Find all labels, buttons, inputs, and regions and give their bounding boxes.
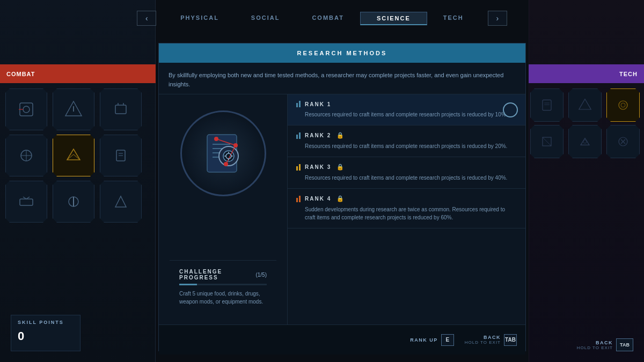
content-body: CHALLENGE PROGRESS (1/5) Craft 5 unique … bbox=[159, 94, 525, 324]
svg-rect-19 bbox=[543, 100, 551, 110]
skill-points-box: SKILL POINTS 0 bbox=[11, 315, 80, 351]
rank-item-2: RANK 2 🔒 Resources required to craft ite… bbox=[288, 125, 525, 157]
challenge-desc: Craft 5 unique food, drinks, drugs, weap… bbox=[179, 290, 267, 306]
tab-social[interactable]: SOCIAL bbox=[235, 11, 296, 25]
rank-item-1: RANK 1 Resources required to craft items… bbox=[288, 94, 525, 125]
right-skill-1[interactable] bbox=[530, 88, 564, 122]
rank-item-3: RANK 3 🔒 Resources required to craft ite… bbox=[288, 157, 525, 189]
rank-bar bbox=[296, 135, 298, 139]
rank-4-desc: Sudden developments during research are … bbox=[296, 205, 517, 221]
prev-nav-arrow[interactable]: ‹ bbox=[137, 11, 156, 26]
rank-up-group: RANK UP E bbox=[410, 334, 454, 346]
left-skill-4[interactable] bbox=[5, 135, 47, 176]
right-skill-6[interactable] bbox=[606, 125, 640, 158]
right-skill-3[interactable] bbox=[606, 88, 640, 122]
challenge-progress-fill bbox=[179, 284, 197, 285]
left-skill-2[interactable] bbox=[53, 88, 94, 130]
bottom-back-label: BACK bbox=[577, 340, 613, 345]
left-skill-7[interactable] bbox=[5, 181, 47, 223]
svg-rect-14 bbox=[20, 199, 33, 205]
rank-bar-gold bbox=[299, 164, 301, 171]
challenge-section: CHALLENGE PROGRESS (1/5) Craft 5 unique … bbox=[170, 260, 276, 314]
rank-bar bbox=[296, 103, 298, 107]
challenge-count: (1/5) bbox=[255, 272, 267, 278]
rank-4-lock-icon: 🔒 bbox=[336, 195, 344, 202]
skill-points-label: SKILL POINTS bbox=[18, 320, 74, 325]
rank-item-4: RANK 4 🔒 Sudden developments during rese… bbox=[288, 189, 525, 228]
rank-3-label: RANK 3 bbox=[305, 164, 331, 170]
skill-icon-display bbox=[180, 110, 266, 196]
left-skill-3[interactable] bbox=[100, 88, 142, 130]
challenge-title: CHALLENGE PROGRESS bbox=[179, 269, 255, 280]
challenge-progress-bar bbox=[179, 284, 267, 285]
svg-point-23 bbox=[619, 101, 627, 109]
right-skill-5[interactable] bbox=[568, 125, 602, 158]
rank-2-header: RANK 2 🔒 bbox=[296, 132, 517, 139]
rank-3-desc: Resources required to craft items and co… bbox=[296, 174, 517, 182]
left-skill-9[interactable] bbox=[100, 181, 142, 223]
svg-marker-22 bbox=[579, 99, 591, 109]
rank-1-bars bbox=[296, 101, 301, 107]
rank-3-header: RANK 3 🔒 bbox=[296, 164, 517, 171]
right-skill-2[interactable] bbox=[568, 88, 602, 122]
top-nav: ‹ PHYSICAL SOCIAL COMBAT SCIENCE TECH › bbox=[0, 11, 644, 26]
rank-2-desc: Resources required to craft items and co… bbox=[296, 142, 517, 150]
right-panel-header: TECH bbox=[529, 64, 644, 83]
tab-combat[interactable]: COMBAT bbox=[296, 11, 360, 25]
svg-point-24 bbox=[621, 103, 625, 107]
rank-2-bars bbox=[296, 132, 301, 139]
left-panel-header: COMBAT bbox=[0, 64, 156, 83]
rank-1-desc: Resources required to craft items and co… bbox=[296, 110, 517, 119]
bottom-action-bar: RANK UP E BACK HOLD TO EXIT TAB bbox=[159, 324, 525, 354]
skill-display: CHALLENGE PROGRESS (1/5) Craft 5 unique … bbox=[159, 94, 288, 324]
left-skill-8[interactable] bbox=[53, 181, 94, 223]
tab-physical[interactable]: PHYSICAL bbox=[164, 11, 235, 25]
rank-2-lock-icon: 🔒 bbox=[336, 132, 344, 139]
svg-point-1 bbox=[23, 106, 30, 113]
rank-bar bbox=[299, 132, 301, 139]
next-nav-arrow[interactable]: › bbox=[488, 11, 507, 26]
rank-bar-orange bbox=[299, 196, 301, 202]
svg-point-27 bbox=[583, 140, 587, 143]
rank-bar-gold bbox=[296, 166, 298, 171]
hold-to-exit-label: HOLD TO EXIT bbox=[465, 340, 501, 345]
rank-3-lock-icon: 🔒 bbox=[336, 164, 344, 171]
bottom-hold-to-exit: HOLD TO EXIT bbox=[577, 345, 613, 350]
skill-title: RESEARCH METHODS bbox=[297, 50, 387, 56]
tab-tech[interactable]: TECH bbox=[427, 11, 480, 25]
rank-1-header: RANK 1 bbox=[296, 101, 517, 107]
left-skills-grid bbox=[5, 88, 143, 223]
tab-science[interactable]: SCIENCE bbox=[360, 12, 427, 25]
bottom-right-back: BACK HOLD TO EXIT TAB bbox=[577, 338, 633, 351]
rank-up-key-badge[interactable]: E bbox=[441, 334, 454, 346]
rank-4-label: RANK 4 bbox=[305, 196, 331, 202]
back-group: BACK HOLD TO EXIT TAB bbox=[465, 334, 517, 346]
back-key-badge[interactable]: TAB bbox=[504, 334, 517, 346]
rank-bar bbox=[299, 101, 301, 107]
rank-4-bars bbox=[296, 196, 301, 202]
right-skill-4[interactable] bbox=[530, 125, 564, 158]
rank-2-label: RANK 2 bbox=[305, 132, 331, 138]
left-skill-5[interactable] bbox=[53, 135, 94, 176]
right-skills-grid bbox=[530, 88, 641, 158]
challenge-header: CHALLENGE PROGRESS (1/5) bbox=[179, 269, 267, 280]
svg-rect-5 bbox=[115, 105, 126, 114]
main-content: RESEARCH METHODS By skillfully employing… bbox=[158, 43, 526, 351]
rank-1-select-button[interactable] bbox=[503, 102, 518, 117]
rank-3-bars bbox=[296, 164, 301, 171]
back-label: BACK bbox=[465, 335, 501, 340]
svg-line-26 bbox=[543, 137, 551, 146]
rank-up-label: RANK UP bbox=[410, 337, 438, 343]
skill-title-bar: RESEARCH METHODS bbox=[159, 43, 525, 63]
rank-4-header: RANK 4 🔒 bbox=[296, 195, 517, 202]
rank-bar-orange bbox=[296, 198, 298, 202]
right-panel bbox=[529, 0, 644, 362]
ranks-section: RANK 1 Resources required to craft items… bbox=[288, 94, 525, 324]
skill-points-value: 0 bbox=[18, 329, 74, 343]
bottom-back-key-badge[interactable]: TAB bbox=[616, 338, 633, 351]
left-skill-6[interactable] bbox=[100, 135, 142, 176]
left-skill-1[interactable] bbox=[5, 88, 47, 130]
rank-1-label: RANK 1 bbox=[305, 101, 331, 107]
skill-description: By skillfully employing both new and tim… bbox=[159, 63, 525, 94]
